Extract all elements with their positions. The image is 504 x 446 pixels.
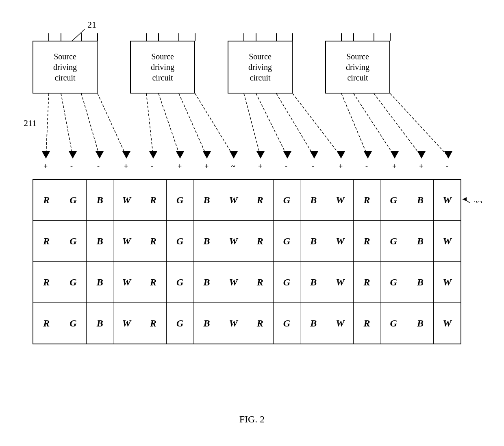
- svg-text:-: -: [97, 162, 100, 170]
- cell-r1c8: W: [220, 180, 247, 220]
- cell-r2c12: W: [327, 221, 354, 261]
- sdc-label-1: Sourcedrivingcircuit: [53, 51, 77, 83]
- cell-r3c14: G: [380, 262, 407, 302]
- cell-r4c12: W: [327, 303, 354, 344]
- svg-marker-39: [230, 151, 238, 159]
- cell-r3c2: G: [60, 262, 87, 302]
- cell-r2c2: G: [60, 221, 87, 261]
- connections-svg: 21 211: [0, 0, 504, 203]
- cell-r2c4: W: [113, 221, 140, 261]
- pixel-row-4: R G B W R G B W R G B W R G B W: [33, 303, 461, 344]
- sdc-box-2: Sourcedrivingcircuit: [130, 41, 195, 94]
- cell-r4c7: B: [193, 303, 220, 344]
- cell-r1c11: B: [300, 180, 327, 220]
- svg-line-27: [293, 94, 341, 157]
- svg-marker-43: [337, 151, 345, 159]
- sdc-box-1: Sourcedrivingcircuit: [33, 41, 98, 94]
- svg-text:+: +: [178, 162, 182, 170]
- cell-r3c4: W: [113, 262, 140, 302]
- cell-r2c3: B: [87, 221, 113, 261]
- svg-marker-47: [444, 151, 452, 159]
- sdc-label-3: Sourcedrivingcircuit: [248, 51, 272, 83]
- cell-r3c7: B: [193, 262, 220, 302]
- cell-r3c12: W: [327, 262, 354, 302]
- svg-text:+: +: [124, 162, 128, 170]
- pixel-panel: R G B W R G B W R G B W R G B W R G B W …: [33, 179, 461, 344]
- svg-text:+: +: [43, 162, 48, 170]
- pixel-row-3: R G B W R G B W R G B W R G B W: [33, 262, 461, 303]
- cell-r4c16: W: [434, 303, 461, 344]
- cell-r3c8: W: [220, 262, 247, 302]
- cell-r3c5: R: [140, 262, 167, 302]
- sdc-box-4: Sourcedrivingcircuit: [325, 41, 390, 94]
- svg-line-21: [159, 94, 180, 157]
- svg-text:-: -: [285, 162, 287, 170]
- cell-r4c2: G: [60, 303, 87, 344]
- cell-r3c6: G: [167, 262, 193, 302]
- cell-r2c13: R: [354, 221, 380, 261]
- sdc-label-4: Sourcedrivingcircuit: [346, 51, 369, 83]
- cell-r4c14: G: [380, 303, 407, 344]
- cell-r2c16: W: [434, 221, 461, 261]
- fig-caption: FIG. 2: [0, 414, 504, 425]
- cell-r1c4: W: [113, 180, 140, 220]
- svg-line-18: [81, 94, 100, 157]
- svg-text:-: -: [365, 162, 368, 170]
- cell-r2c9: R: [247, 221, 274, 261]
- cell-r2c15: B: [407, 221, 434, 261]
- svg-line-19: [98, 94, 126, 157]
- svg-marker-40: [256, 151, 265, 159]
- cell-r1c16: W: [434, 180, 461, 220]
- svg-marker-44: [364, 151, 372, 159]
- svg-line-31: [390, 94, 448, 157]
- svg-line-28: [341, 94, 368, 157]
- cell-r1c2: G: [60, 180, 87, 220]
- svg-line-23: [195, 94, 234, 157]
- cell-r1c7: B: [193, 180, 220, 220]
- svg-marker-35: [122, 151, 130, 159]
- svg-marker-64: [463, 197, 467, 201]
- cell-r2c1: R: [33, 221, 60, 261]
- cell-r3c1: R: [33, 262, 60, 302]
- cell-r3c15: B: [407, 262, 434, 302]
- svg-line-22: [179, 94, 207, 157]
- sdc-label-2: Sourcedrivingcircuit: [151, 51, 174, 83]
- cell-r2c10: G: [274, 221, 300, 261]
- cell-r2c8: W: [220, 221, 247, 261]
- cell-r1c10: G: [274, 180, 300, 220]
- svg-line-29: [354, 94, 395, 157]
- svg-marker-37: [176, 151, 184, 159]
- cell-r1c9: R: [247, 180, 274, 220]
- ref-label-21: 21: [87, 20, 96, 30]
- pixel-row-2: R G B W R G B W R G B W R G B W: [33, 221, 461, 262]
- svg-text:+: +: [419, 162, 423, 170]
- svg-text:+: +: [258, 162, 262, 170]
- svg-text:-: -: [151, 162, 153, 170]
- svg-text:+: +: [204, 162, 209, 170]
- svg-text:+: +: [339, 162, 343, 170]
- cell-r3c9: R: [247, 262, 274, 302]
- svg-line-25: [256, 94, 287, 157]
- svg-marker-38: [203, 151, 211, 159]
- cell-r1c14: G: [380, 180, 407, 220]
- cell-r3c16: W: [434, 262, 461, 302]
- cell-r1c13: R: [354, 180, 380, 220]
- svg-marker-36: [149, 151, 157, 159]
- cell-r3c13: R: [354, 262, 380, 302]
- cell-r3c10: G: [274, 262, 300, 302]
- svg-text:+: +: [392, 162, 396, 170]
- svg-marker-45: [391, 151, 399, 159]
- diagram-container: 21 211: [0, 0, 504, 446]
- svg-text:-: -: [446, 162, 448, 170]
- cell-r2c11: B: [300, 221, 327, 261]
- cell-r4c1: R: [33, 303, 60, 344]
- svg-text:-: -: [70, 162, 73, 170]
- svg-marker-41: [283, 151, 291, 159]
- cell-r2c14: G: [380, 221, 407, 261]
- svg-line-26: [276, 94, 314, 157]
- cell-r1c6: G: [167, 180, 193, 220]
- svg-line-30: [374, 94, 421, 157]
- cell-r4c11: B: [300, 303, 327, 344]
- sdc-row: Sourcedrivingcircuit Sourcedrivingcircui…: [33, 41, 390, 94]
- ref-label-211: 211: [24, 118, 37, 128]
